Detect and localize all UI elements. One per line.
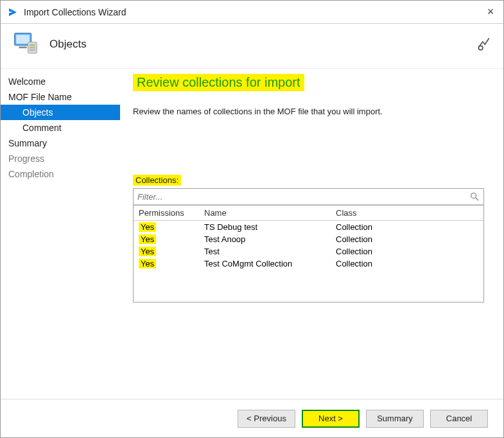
close-icon[interactable]: × [484,5,497,19]
search-icon[interactable] [469,191,480,202]
svg-rect-4 [30,44,35,46]
table-row[interactable]: Yes Test CoMgmt Collection Collection [134,258,483,270]
window-title: Import Collections Wizard [24,7,484,17]
cell-class: Collection [336,222,483,232]
sidebar-item-mof-file-name[interactable]: MOF File Name [1,89,120,105]
instructions-text: Review the names of collections in the M… [133,107,484,116]
page-title: Objects [49,38,87,51]
cell-name: Test [204,247,336,256]
dialog-window: Import Collections Wizard × Objects [0,0,504,438]
page-heading: Review collections for import [133,74,304,91]
titlebar: Import Collections Wizard × [1,1,503,24]
header: Objects [1,24,503,69]
sidebar-item-summary[interactable]: Summary [1,136,120,151]
collections-label: Collections: [133,175,181,186]
table-row[interactable]: Yes TS Debug test Collection [134,221,483,233]
next-button[interactable]: Next > [302,410,360,428]
cell-name: Test Anoop [204,234,336,244]
col-header-name[interactable]: Name [204,208,336,218]
cell-class: Collection [336,259,483,268]
body: Welcome MOF File Name Objects Comment Su… [1,69,503,399]
sidebar-item-progress: Progress [1,151,120,166]
cell-permissions: Yes [139,247,156,256]
sidebar-item-objects[interactable]: Objects [1,105,120,120]
svg-point-7 [478,46,483,50]
svg-rect-6 [30,49,35,50]
svg-rect-2 [19,46,27,48]
table-header-row: Permissions Name Class [134,206,483,221]
cell-permissions: Yes [139,234,156,244]
page-glyph-icon [475,35,492,54]
footer: < Previous Next > Summary Cancel [1,399,503,437]
summary-button[interactable]: Summary [366,410,424,428]
svg-rect-5 [30,47,35,48]
sidebar-item-welcome[interactable]: Welcome [1,74,120,89]
collections-table: Permissions Name Class Yes TS Debug test… [133,205,484,302]
table-row[interactable]: Yes Test Anoop Collection [134,233,483,245]
col-header-class[interactable]: Class [336,208,483,218]
table-row[interactable]: Yes Test Collection [134,245,483,258]
main-content: Review collections for import Review the… [120,69,503,399]
svg-line-9 [476,198,478,200]
cell-permissions: Yes [139,259,156,268]
computer-icon [12,31,39,58]
sidebar-item-comment[interactable]: Comment [1,120,120,136]
app-arrow-icon [7,6,19,18]
svg-point-8 [471,193,476,198]
cell-name: Test CoMgmt Collection [204,259,336,268]
filter-input-wrap[interactable] [133,188,484,205]
sidebar-item-completion: Completion [1,166,120,182]
cell-permissions: Yes [139,222,156,232]
cell-class: Collection [336,247,483,256]
cell-name: TS Debug test [204,222,336,232]
previous-button[interactable]: < Previous [238,410,295,428]
filter-input[interactable] [137,192,469,202]
col-header-permissions[interactable]: Permissions [134,208,204,218]
svg-rect-1 [16,35,30,44]
cell-class: Collection [336,234,483,244]
sidebar: Welcome MOF File Name Objects Comment Su… [1,69,120,399]
cancel-button[interactable]: Cancel [430,410,488,428]
